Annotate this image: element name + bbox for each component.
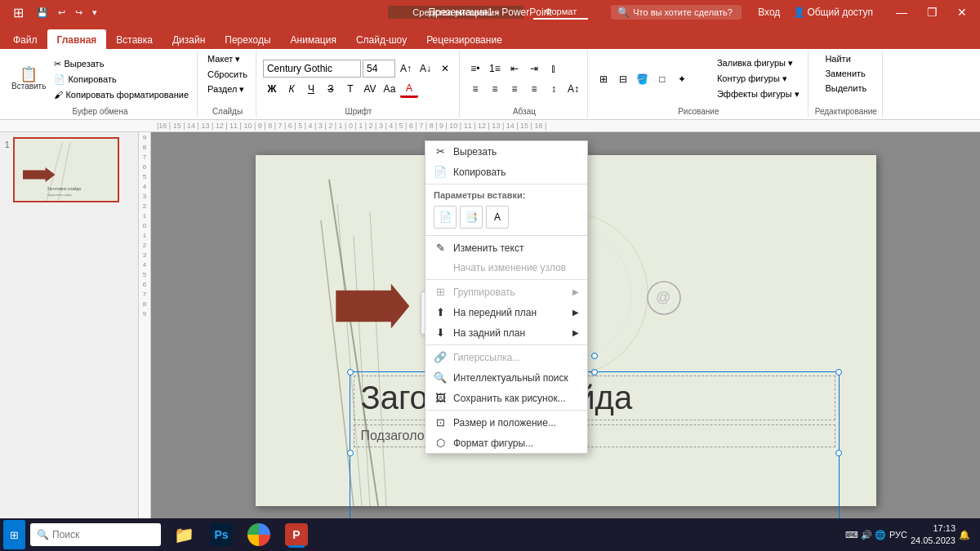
ctx-send-backward[interactable]: ⬇ На задний план ▶ bbox=[425, 322, 587, 343]
taskbar-powerpoint[interactable]: P bbox=[278, 520, 314, 549]
format-shape-icon: ⬡ bbox=[434, 437, 447, 449]
slide-number: 1 bbox=[5, 140, 10, 149]
tab-animations[interactable]: Анимация bbox=[281, 29, 346, 49]
slide-thumbnail[interactable]: Заголовок слайда Подзаголовок слайда bbox=[13, 137, 119, 202]
text-dir-btn[interactable]: A↕ bbox=[564, 80, 582, 98]
layout-btn[interactable]: Макет ▾ bbox=[204, 52, 243, 66]
restore-btn[interactable]: ❐ bbox=[920, 4, 944, 20]
cols-btn[interactable]: ⫿ bbox=[545, 60, 563, 78]
tab-home[interactable]: Главная bbox=[47, 29, 107, 49]
shape-fill-dropdown[interactable]: Заливка фигуры ▾ bbox=[714, 56, 803, 70]
spacing-btn[interactable]: AV bbox=[361, 80, 379, 98]
titlebar-left: ⊞ 💾 ↩ ↪ ▾ bbox=[7, 0, 100, 27]
tab-review[interactable]: Рецензирование bbox=[416, 29, 512, 49]
tab-design[interactable]: Дизайн bbox=[163, 29, 215, 49]
system-tray: ⌨ 🔊 🌐 bbox=[845, 530, 886, 540]
ctx-start-editing: Начать изменение узлов bbox=[425, 258, 587, 278]
font-group: A↑ A↓ ✕ Ж К Ч З Т AV Аа А Шрифт bbox=[258, 51, 460, 118]
copy-btn[interactable]: 📄 Копировать bbox=[51, 73, 192, 87]
save-quick-btn[interactable]: 💾 bbox=[33, 6, 51, 20]
login-btn[interactable]: Вход bbox=[758, 7, 780, 18]
font-name-input[interactable] bbox=[263, 60, 361, 78]
shadow-btn[interactable]: Т bbox=[341, 80, 359, 98]
ctx-smart-search[interactable]: 🔍 Интеллектуальный поиск bbox=[425, 367, 587, 388]
shape-outline-btn[interactable]: □ bbox=[653, 70, 671, 88]
ctx-size-position[interactable]: ⊡ Размер и положение... bbox=[425, 412, 587, 433]
taskbar-ps[interactable]: Ps bbox=[203, 520, 239, 549]
taskbar-search-icon: 🔍 bbox=[37, 529, 49, 540]
justify-btn[interactable]: ≡ bbox=[525, 80, 543, 98]
shape-effects-btn[interactable]: ✦ bbox=[673, 70, 691, 88]
ctx-copy[interactable]: 📄 Копировать bbox=[425, 162, 587, 182]
clipboard-group: 📋 Вставить ✂ Вырезать 📄 Копировать 🖌 Коп… bbox=[3, 51, 198, 118]
case-btn[interactable]: Аа bbox=[381, 80, 399, 98]
start-btn[interactable]: ⊞ bbox=[3, 520, 25, 549]
cut-icon: ✂ bbox=[434, 145, 447, 158]
ctx-save-picture[interactable]: 🖼 Сохранить как рисунок... bbox=[425, 388, 587, 408]
drawing-group: ⊞ ⊟ 🪣 □ ✦ Заливка фигуры ▾ Контур фигуры… bbox=[590, 51, 808, 118]
italic-btn[interactable]: К bbox=[283, 80, 301, 98]
customize-quick-btn[interactable]: ▾ bbox=[89, 6, 100, 20]
underline-btn[interactable]: Ч bbox=[302, 80, 320, 98]
ctx-cut[interactable]: ✂ Вырезать bbox=[425, 141, 587, 162]
shape-fill-btn[interactable]: 🪣 bbox=[634, 70, 652, 88]
paste-btn[interactable]: 📋 Вставить bbox=[8, 65, 49, 92]
search-bar[interactable]: 🔍 Что вы хотите сделать? bbox=[611, 5, 742, 20]
ctx-format-shape[interactable]: ⬡ Формат фигуры... bbox=[425, 433, 587, 453]
ctx-change-text[interactable]: ✎ Изменить текст bbox=[425, 238, 587, 258]
paragraph-group: ≡• 1≡ ⇤ ⇥ ⫿ ≡ ≡ ≡ ≡ ↕ A↕ Абзац bbox=[461, 51, 588, 118]
shape-effects-dropdown[interactable]: Эффекты фигуры ▾ bbox=[714, 87, 803, 101]
select-btn[interactable]: Выделить bbox=[822, 82, 870, 95]
tab-file[interactable]: Файл bbox=[3, 29, 47, 49]
ctx-bring-forward[interactable]: ⬆ На передний план ▶ bbox=[425, 302, 587, 322]
decrease-indent-btn[interactable]: ⇤ bbox=[506, 60, 523, 78]
align-left-btn[interactable]: ≡ bbox=[466, 80, 484, 98]
tab-slideshow[interactable]: Слайд-шоу bbox=[346, 29, 416, 49]
reset-btn[interactable]: Сбросить bbox=[204, 68, 251, 81]
find-btn[interactable]: Найти bbox=[822, 52, 853, 65]
start-icon[interactable]: ⊞ bbox=[7, 0, 30, 27]
ctx-group[interactable]: ⊞ Группировать ▶ bbox=[425, 282, 587, 302]
increase-font-btn[interactable]: A↑ bbox=[397, 60, 415, 78]
bullets-btn[interactable]: ≡• bbox=[466, 60, 484, 78]
close-btn[interactable]: ✕ bbox=[951, 4, 973, 20]
cut-btn[interactable]: ✂ Вырезать bbox=[51, 57, 192, 71]
redo-quick-btn[interactable]: ↪ bbox=[72, 6, 86, 20]
ctx-hyperlink[interactable]: 🔗 Гиперссылка... bbox=[425, 347, 587, 367]
taskbar-chrome[interactable] bbox=[241, 520, 277, 549]
undo-quick-btn[interactable]: ↩ bbox=[55, 6, 69, 20]
format-painter-btn[interactable]: 🖌 Копировать форматирование bbox=[51, 88, 192, 101]
color-btn[interactable]: А bbox=[400, 80, 418, 98]
align-right-btn[interactable]: ≡ bbox=[506, 80, 523, 98]
line-spacing-btn[interactable]: ↕ bbox=[545, 80, 563, 98]
taskbar-search[interactable]: 🔍 bbox=[30, 523, 161, 546]
minimize-btn[interactable]: — bbox=[889, 4, 914, 20]
paste-option-1[interactable]: 📄 bbox=[434, 206, 457, 229]
ruler-vertical: 9876543210123456789 bbox=[139, 132, 151, 529]
increase-indent-btn[interactable]: ⇥ bbox=[525, 60, 543, 78]
taskbar-right: ⌨ 🔊 🌐 РУС 17:13 24.05.2023 🔔 bbox=[845, 522, 977, 548]
align-center-btn[interactable]: ≡ bbox=[486, 80, 504, 98]
clear-format-btn[interactable]: ✕ bbox=[436, 60, 454, 78]
shape-outline-dropdown[interactable]: Контур фигуры ▾ bbox=[714, 72, 803, 86]
font-size-input[interactable] bbox=[363, 60, 395, 78]
bold-btn[interactable]: Ж bbox=[263, 80, 281, 98]
edit-text-icon: ✎ bbox=[434, 242, 447, 254]
size-icon: ⊡ bbox=[434, 416, 447, 429]
decrease-font-btn[interactable]: A↓ bbox=[416, 60, 434, 78]
ctx-paste-header: Параметры вставки: bbox=[425, 186, 587, 202]
paste-option-3[interactable]: A bbox=[486, 206, 509, 229]
replace-btn[interactable]: Заменить bbox=[822, 67, 868, 80]
taskbar-explorer[interactable]: 📁 bbox=[166, 520, 202, 549]
taskbar-search-input[interactable] bbox=[52, 529, 154, 540]
notification-btn[interactable]: 🔔 bbox=[959, 530, 970, 540]
section-btn[interactable]: Раздел ▾ bbox=[204, 82, 247, 96]
numbering-btn[interactable]: 1≡ bbox=[486, 60, 504, 78]
share-btn[interactable]: 👤Общий доступ bbox=[793, 7, 873, 18]
quick-styles-btn[interactable]: ⊟ bbox=[614, 70, 632, 88]
arrange-btn[interactable]: ⊞ bbox=[595, 70, 612, 88]
tab-transitions[interactable]: Переходы bbox=[215, 29, 280, 49]
paste-option-2[interactable]: 📑 bbox=[460, 206, 483, 229]
strikethrough-btn[interactable]: З bbox=[322, 80, 340, 98]
tab-insert[interactable]: Вставка bbox=[106, 29, 163, 49]
